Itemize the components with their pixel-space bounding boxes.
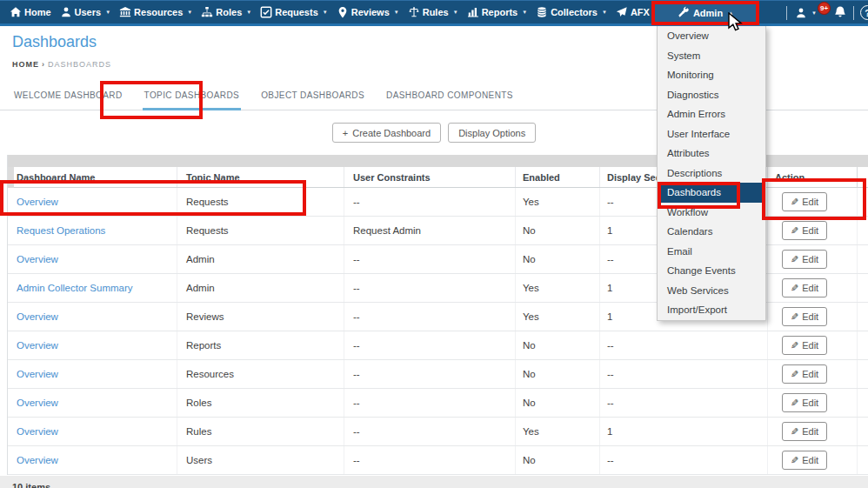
dashboard-name-link[interactable]: Admin Collector Summary (17, 283, 133, 293)
user-constraints-cell: -- (344, 331, 516, 359)
dashboard-name-link[interactable]: Overview (17, 311, 58, 322)
edit-button[interactable]: ✎Edit (782, 250, 827, 269)
user-constraints-cell: -- (344, 274, 516, 302)
nav-separator (853, 6, 854, 20)
edit-button[interactable]: ✎Edit (782, 221, 827, 240)
menu-item-user-interface[interactable]: User Interface (658, 124, 765, 144)
nav-item-rules[interactable]: Rules ▼ (404, 1, 463, 23)
nav-item-label: Resources (134, 7, 183, 17)
chevron-down-icon: ▼ (394, 10, 399, 15)
nav-item-label: Collectors (551, 7, 598, 17)
menu-item-diagnostics[interactable]: Diagnostics (658, 85, 765, 105)
menu-item-calendars[interactable]: Calendars (658, 222, 765, 242)
topic-name-cell: Reports (177, 331, 344, 359)
column-header-user-constraints[interactable]: User Constraints (344, 167, 516, 187)
tab-object-dashboards[interactable]: OBJECT DASHBOARDS (259, 90, 366, 110)
edit-button[interactable]: ✎Edit (782, 307, 827, 326)
menu-item-monitoring[interactable]: Monitoring (658, 65, 765, 85)
nav-item-label: Rules (423, 7, 449, 17)
table-row: Overview Rules -- Yes 1 ✎Edit (8, 418, 868, 446)
notification-badge: 9+ (818, 2, 831, 15)
edit-button[interactable]: ✎Edit (782, 393, 827, 412)
column-header-dashboard-name[interactable]: Dashboard Name (8, 167, 177, 187)
column-header-spacer (858, 167, 868, 187)
pencil-icon: ✎ (791, 426, 798, 438)
display-options-label: Display Options (458, 128, 525, 138)
spacer-cell (858, 446, 868, 474)
breadcrumb-home[interactable]: HOME (12, 60, 39, 69)
menu-item-system[interactable]: System (658, 46, 765, 66)
nav-item-reports[interactable]: Reports ▼ (463, 1, 532, 23)
map-marker-icon (337, 6, 349, 18)
menu-item-attributes[interactable]: Attributes (658, 144, 765, 164)
dashboard-name-link[interactable]: Overview (17, 426, 58, 437)
action-cell: ✎Edit (768, 188, 858, 216)
edit-button[interactable]: ✎Edit (782, 336, 827, 355)
edit-button[interactable]: ✎Edit (782, 192, 827, 211)
menu-item-overview[interactable]: Overview (658, 26, 765, 46)
dashboard-name-link[interactable]: Overview (17, 340, 58, 351)
dashboard-name-link[interactable]: Request Operations (17, 225, 105, 236)
account-menu[interactable]: ▼ (793, 2, 818, 24)
tab-dashboard-components[interactable]: DASHBOARD COMPONENTS (384, 90, 515, 110)
chevron-down-icon: ▼ (187, 10, 192, 15)
dashboard-name-link[interactable]: Overview (17, 398, 58, 408)
topic-name-cell: Requests (177, 217, 344, 244)
breadcrumb-current: DASHBOARDS (48, 60, 111, 69)
tab-topic-dashboards[interactable]: TOPIC DASHBOARDS (143, 90, 242, 110)
nav-item-collectors[interactable]: Collectors ▼ (531, 1, 611, 23)
help-icon[interactable]: ? (860, 5, 868, 20)
menu-item-workflow[interactable]: Workflow (658, 203, 765, 223)
chevron-down-icon: ▼ (323, 10, 328, 15)
nav-separator (786, 6, 787, 20)
nav-item-users[interactable]: Users ▼ (56, 1, 116, 23)
pencil-icon: ✎ (791, 254, 798, 265)
notifications-button[interactable]: 9+ (825, 1, 847, 24)
nav-right-group: ▼ 9+ ? (786, 1, 868, 24)
footer-strip: 10 items (0, 476, 868, 488)
menu-item-dashboards[interactable]: Dashboards (658, 183, 765, 203)
dashboard-name-link[interactable]: Overview (17, 369, 58, 379)
table-row: Overview Users -- No -- ✎Edit (8, 446, 868, 475)
spacer-cell (858, 418, 868, 445)
nav-item-roles[interactable]: Roles ▼ (197, 1, 256, 23)
menu-item-change-events[interactable]: Change Events (658, 261, 765, 281)
column-header-topic-name[interactable]: Topic Name (177, 167, 344, 187)
table-row: Overview Roles -- No -- ✎Edit (8, 389, 868, 418)
menu-item-import-export[interactable]: Import/Export (658, 300, 765, 320)
scales-icon (408, 6, 420, 18)
edit-button[interactable]: ✎Edit (782, 451, 827, 470)
action-cell: ✎Edit (768, 446, 858, 474)
nav-item-resources[interactable]: Resources ▼ (115, 1, 197, 23)
dashboard-name-link[interactable]: Overview (17, 254, 58, 264)
display-options-button[interactable]: Display Options (448, 123, 536, 143)
menu-item-web-services[interactable]: Web Services (658, 281, 765, 301)
column-header-enabled[interactable]: Enabled (516, 167, 600, 187)
dashboard-name-link[interactable]: Overview (17, 455, 58, 465)
nav-item-reviews[interactable]: Reviews ▼ (332, 1, 404, 23)
enabled-cell: No (516, 331, 600, 359)
create-dashboard-button[interactable]: + Create Dashboard (332, 123, 441, 143)
items-count: 10 items (12, 482, 50, 488)
dashboard-name-link[interactable]: Overview (17, 197, 58, 207)
mouse-cursor (727, 12, 744, 33)
paper-plane-icon (616, 6, 628, 18)
chevron-down-icon: ▼ (811, 10, 817, 16)
menu-item-admin-errors[interactable]: Admin Errors (658, 104, 765, 124)
nav-item-label: Reviews (351, 7, 390, 17)
edit-button[interactable]: ✎Edit (782, 278, 827, 297)
tab-welcome-dashboard[interactable]: WELCOME DASHBOARD (12, 90, 124, 110)
nav-item-label: AFX (631, 7, 650, 17)
nav-item-requests[interactable]: Requests ▼ (256, 1, 331, 23)
edit-button[interactable]: ✎Edit (782, 364, 827, 384)
edit-button[interactable]: ✎Edit (782, 422, 827, 441)
menu-item-email[interactable]: Email (658, 242, 765, 262)
spacer-cell (858, 331, 868, 359)
nav-item-home[interactable]: Home (5, 1, 56, 23)
nav-item-label: Requests (275, 7, 318, 17)
chevron-down-icon: ▼ (602, 10, 607, 15)
breadcrumb: HOME›DASHBOARDS (12, 60, 111, 69)
menu-item-descriptions[interactable]: Descriptions (658, 164, 765, 184)
spacer-cell (858, 389, 868, 417)
database-icon (536, 6, 548, 18)
